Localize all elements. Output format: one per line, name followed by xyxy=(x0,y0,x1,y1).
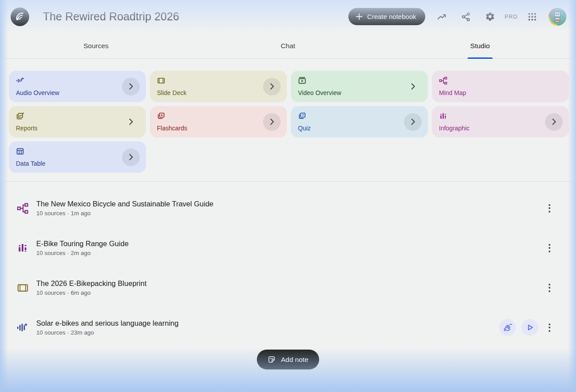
video-overview-icon xyxy=(298,76,306,85)
chevron-right-icon xyxy=(129,83,133,90)
chevron-right-icon xyxy=(270,118,274,125)
artifact-menu-button[interactable] xyxy=(544,240,555,256)
share-button[interactable] xyxy=(458,9,474,25)
chevron-right-icon xyxy=(270,83,274,90)
card-data-table[interactable]: Data Table xyxy=(9,141,146,173)
card-label: Audio Overview xyxy=(16,89,139,96)
header: The Rewired Roadtrip 2026 Create noteboo… xyxy=(0,0,576,33)
kebab-menu-icon xyxy=(549,244,550,246)
analytics-button[interactable] xyxy=(434,9,450,25)
card-mind-map[interactable]: Mind Map xyxy=(432,71,569,102)
artifact-actions xyxy=(544,240,555,256)
artifact-actions xyxy=(544,279,555,296)
tab-bar: Sources Chat Studio xyxy=(0,33,576,59)
tab-studio-label: Studio xyxy=(470,42,490,50)
chevron-right-icon xyxy=(411,118,415,125)
create-notebook-button[interactable]: Create notebook xyxy=(348,8,425,25)
infographic-bars-icon xyxy=(439,112,447,120)
card-reports[interactable]: Reports xyxy=(9,106,146,137)
note-icon xyxy=(267,355,276,364)
chevron-right-icon xyxy=(129,118,133,125)
card-flashcards[interactable]: Flashcards xyxy=(150,106,287,137)
artifact-title: The New Mexico Bicycle and Sustainable T… xyxy=(36,200,214,208)
apps-grid-button[interactable] xyxy=(524,9,540,25)
artifact-meta: 10 sources · 6m ago xyxy=(36,289,146,296)
apps-grid-icon xyxy=(527,12,537,22)
card-label: Data Table xyxy=(16,160,139,167)
notebook-title[interactable]: The Rewired Roadtrip 2026 xyxy=(43,0,179,33)
card-open-chevron-button[interactable] xyxy=(122,113,140,131)
card-open-chevron-button[interactable] xyxy=(263,113,281,131)
artifact-text: The New Mexico Bicycle and Sustainable T… xyxy=(36,200,214,217)
add-note-button[interactable]: Add note xyxy=(257,350,319,369)
svg-text:?: ? xyxy=(302,113,304,117)
artifact-text: E-Bike Touring Range Guide 10 sources · … xyxy=(36,240,129,256)
card-label: Video Overview xyxy=(298,89,421,96)
settings-button[interactable] xyxy=(482,9,498,25)
notebooklm-app: The Rewired Roadtrip 2026 Create noteboo… xyxy=(0,0,576,392)
artifact-row-slide-deck[interactable]: The 2026 E-Bikepacking Blueprint 10 sour… xyxy=(16,274,555,301)
tab-chat[interactable]: Chat xyxy=(192,33,384,59)
mind-map-icon xyxy=(439,76,447,85)
card-label: Reports xyxy=(16,125,139,132)
card-open-chevron-button[interactable] xyxy=(122,148,140,166)
artifact-title: Solar e-bikes and serious language learn… xyxy=(36,319,179,327)
card-label: Infographic xyxy=(439,125,562,132)
artifact-text: Solar e-bikes and serious language learn… xyxy=(36,319,179,336)
tab-studio[interactable]: Studio xyxy=(384,33,576,59)
artifact-list: The New Mexico Bicycle and Sustainable T… xyxy=(0,182,576,354)
plus-icon xyxy=(355,13,363,20)
report-sparkle-icon xyxy=(16,112,24,120)
create-notebook-label: Create notebook xyxy=(367,13,416,20)
mind-map-icon xyxy=(16,202,29,214)
card-open-chevron-button[interactable] xyxy=(404,78,422,95)
tab-chat-label: Chat xyxy=(281,42,295,50)
artifact-meta: 10 sources · 23m ago xyxy=(36,329,179,336)
chevron-right-icon xyxy=(411,83,415,90)
artifact-row-infographic[interactable]: E-Bike Touring Range Guide 10 sources · … xyxy=(16,234,555,262)
artifact-title: E-Bike Touring Range Guide xyxy=(36,240,129,248)
pro-badge: PRO xyxy=(505,14,518,20)
card-infographic[interactable]: Infographic xyxy=(432,106,569,137)
flashcards-icon xyxy=(157,112,165,120)
artifact-actions xyxy=(544,200,555,217)
card-slide-deck[interactable]: Slide Deck xyxy=(150,71,287,102)
account-avatar[interactable] xyxy=(549,8,566,26)
artifact-meta: 10 sources · 1m ago xyxy=(36,210,214,217)
card-video-overview[interactable]: Video Overview xyxy=(291,71,428,102)
app-logo[interactable] xyxy=(11,8,29,26)
studio-card-grid: Audio Overview Slide Deck xyxy=(9,71,569,173)
artifact-row-audio-overview[interactable]: Solar e-bikes and serious language learn… xyxy=(16,314,555,341)
kebab-menu-icon xyxy=(549,323,550,325)
share-icon xyxy=(461,12,471,22)
card-open-chevron-button[interactable] xyxy=(263,78,281,95)
notebooklm-logo-icon xyxy=(14,11,26,23)
artifact-menu-button[interactable] xyxy=(544,319,555,336)
audio-waveform-sparkle-icon xyxy=(16,76,24,85)
play-audio-button[interactable] xyxy=(522,319,538,336)
tab-sources[interactable]: Sources xyxy=(0,33,192,59)
chevron-right-icon xyxy=(129,154,133,160)
card-quiz[interactable]: ? Quiz xyxy=(291,106,428,137)
card-open-chevron-button[interactable] xyxy=(122,78,140,95)
kebab-menu-icon xyxy=(549,204,550,206)
artifact-menu-button[interactable] xyxy=(544,200,555,217)
artifact-menu-button[interactable] xyxy=(544,279,555,296)
card-open-chevron-button[interactable] xyxy=(404,113,422,131)
artifact-title: The 2026 E-Bikepacking Blueprint xyxy=(36,279,146,288)
card-audio-overview[interactable]: Audio Overview xyxy=(9,71,146,102)
tab-sources-label: Sources xyxy=(84,42,109,50)
kebab-menu-icon xyxy=(549,284,550,285)
artifact-row-mind-map[interactable]: The New Mexico Bicycle and Sustainable T… xyxy=(16,194,555,222)
add-note-label: Add note xyxy=(281,356,308,364)
chevron-right-icon xyxy=(552,118,556,125)
interactive-mode-button[interactable] xyxy=(499,319,516,336)
card-open-chevron-button[interactable] xyxy=(545,113,563,131)
header-actions: Create notebook xyxy=(348,0,566,33)
play-icon xyxy=(526,323,534,331)
card-label: Slide Deck xyxy=(157,89,280,96)
artifact-meta: 10 sources · 2m ago xyxy=(36,250,129,256)
gear-icon xyxy=(485,11,495,22)
active-tab-underline xyxy=(467,57,492,59)
avatar-robot-image xyxy=(550,9,565,24)
